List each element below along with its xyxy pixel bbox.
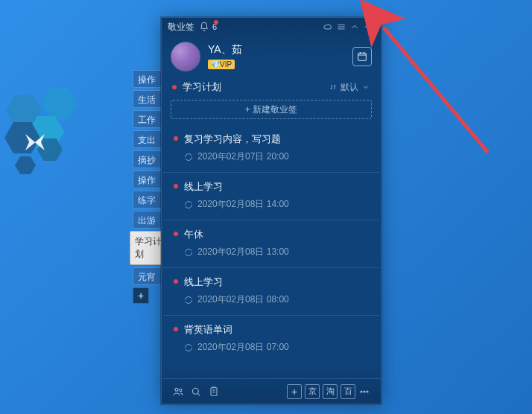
jingyeqian-app-window: 敬业签 6 YA、茹 💎VIP 学习计划 默认 — [161, 17, 381, 404]
svg-point-5 — [361, 390, 362, 392]
notes-list: 复习学习内容，写习题 2020年02月07日 20:00 线上学习 2020年0… — [162, 125, 381, 378]
new-note-button[interactable]: + 新建敬业签 — [171, 100, 372, 119]
sort-dropdown[interactable]: 默认 — [329, 81, 370, 94]
chevron-down-icon — [361, 83, 370, 92]
note-due: 2020年02月08日 07:00 — [184, 341, 369, 354]
svg-point-6 — [364, 390, 365, 392]
menu-icon[interactable] — [335, 19, 348, 35]
minimize-icon[interactable] — [361, 19, 375, 35]
side-tab-zhaichao[interactable]: 摘抄 — [133, 150, 162, 168]
side-tab-lianzi[interactable]: 练字 — [133, 191, 162, 208]
note-due: 2020年02月08日 13:00 — [184, 246, 369, 258]
username-text: YA、茹 — [208, 43, 242, 57]
repeat-icon — [184, 296, 193, 305]
note-due: 2020年02月07日 20:00 — [184, 150, 369, 163]
note-item[interactable]: 背英语单词 2020年02月08日 07:00 — [163, 316, 379, 363]
svg-point-2 — [180, 389, 182, 391]
svg-rect-0 — [358, 53, 367, 60]
profile-row: YA、茹 💎VIP — [162, 36, 381, 79]
clipboard-icon[interactable] — [205, 383, 223, 401]
note-title: 复习学习内容，写习题 — [184, 133, 281, 146]
search-icon[interactable] — [187, 383, 205, 401]
note-title: 线上学习 — [184, 180, 223, 194]
more-icon[interactable] — [355, 383, 373, 401]
svg-line-8 — [384, 28, 488, 153]
desktop-decoration — [0, 74, 104, 283]
cloud-sync-icon[interactable] — [321, 19, 335, 35]
avatar[interactable] — [171, 42, 200, 71]
side-tab-gongzuo[interactable]: 工作 — [133, 110, 162, 128]
svg-rect-4 — [211, 387, 217, 395]
side-tab-add-button[interactable]: + — [133, 287, 149, 304]
note-item[interactable]: 线上学习 2020年02月08日 14:00 — [163, 173, 379, 220]
note-item[interactable]: 线上学习 2020年02月08日 08:00 — [163, 268, 379, 316]
svg-point-1 — [175, 388, 178, 391]
side-tab-zhichu[interactable]: 支出 — [133, 130, 162, 148]
note-title: 线上学习 — [184, 276, 223, 289]
bottom-jd-button[interactable]: 京 — [305, 384, 320, 399]
note-title: 背英语单词 — [184, 323, 232, 337]
sort-label: 默认 — [341, 81, 358, 94]
bottom-baidu-button[interactable]: 百 — [341, 384, 355, 399]
note-due: 2020年02月08日 14:00 — [184, 198, 369, 211]
repeat-icon — [184, 343, 193, 352]
side-tab-caozuo2[interactable]: 操作 — [133, 171, 162, 188]
vip-badge: 💎VIP — [208, 60, 235, 69]
section-header: 学习计划 默认 — [162, 79, 381, 98]
repeat-icon — [184, 248, 193, 257]
bottom-add-button[interactable]: + — [287, 384, 302, 399]
side-tab-caozuo1[interactable]: 操作 — [133, 70, 162, 88]
section-indicator-dot — [172, 85, 177, 89]
repeat-icon — [184, 200, 193, 209]
collapse-up-icon[interactable] — [348, 19, 361, 35]
contacts-icon[interactable] — [169, 383, 187, 401]
repeat-icon — [184, 153, 193, 162]
titlebar: 敬业签 6 — [162, 18, 381, 36]
side-tab-shenghuo[interactable]: 生活 — [133, 90, 162, 108]
svg-point-7 — [367, 390, 368, 392]
side-tab-chuyou[interactable]: 出游 — [133, 211, 162, 229]
bottom-toolbar: + 京 淘 百 — [162, 378, 381, 404]
app-title-text: 敬业签 — [168, 21, 194, 34]
notification-bell[interactable]: 6 — [199, 22, 217, 32]
section-title-text: 学习计划 — [183, 80, 329, 94]
side-tab-yuanxiao[interactable]: 元宵 — [133, 267, 162, 285]
bottom-taobao-button[interactable]: 淘 — [323, 384, 338, 399]
note-title: 午休 — [184, 228, 203, 241]
note-item[interactable]: 午休 2020年02月08日 13:00 — [163, 220, 379, 268]
note-item[interactable]: 复习学习内容，写习题 2020年02月07日 20:00 — [163, 125, 379, 173]
calendar-button[interactable] — [352, 47, 372, 66]
svg-point-3 — [192, 388, 198, 394]
note-due: 2020年02月08日 08:00 — [184, 293, 369, 306]
